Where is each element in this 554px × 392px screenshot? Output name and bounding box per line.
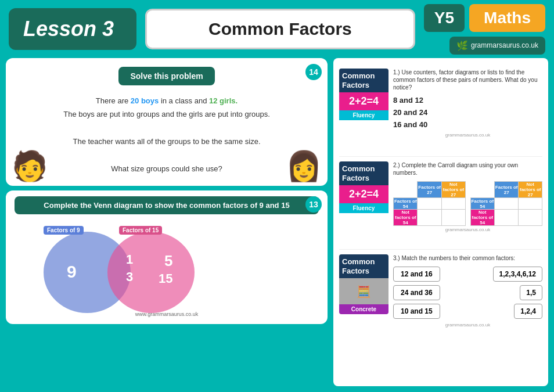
cf-title-1: Common Factors (339, 69, 388, 92)
ws-instruction-2: 2.) Complete the Carroll diagram using y… (393, 161, 542, 177)
pair-1-2: 20 and 24 (393, 108, 542, 117)
venn-footer: www.grammarsaurus.co.uk (15, 311, 319, 317)
slides-area: 14 Solve this problem There are 20 boys … (6, 58, 328, 386)
maths-badge: Maths (469, 4, 545, 32)
highlight-girls: 12 girls. (209, 96, 238, 105)
slide-top: 14 Solve this problem There are 20 boys … (6, 58, 328, 186)
boy-character: 🧑 (12, 149, 48, 183)
line3: The teacher wants all of the groups to b… (15, 135, 319, 148)
venn-label-left: Factors of 9 (44, 226, 84, 235)
slide-text: There are 20 boys in a class and 12 girl… (15, 94, 319, 175)
ws-footer-1: grammarsaurus.co.uk (393, 132, 542, 138)
venn-label-right: Factors of 15 (119, 226, 162, 235)
solve-button[interactable]: Solve this problem (118, 67, 214, 85)
year-maths-row: Y5 Maths (424, 4, 545, 32)
ws-content-1: 1.) Use counters, factor diagrams or lis… (393, 69, 542, 152)
venn-instruction: Complete the Venn diagram to show the co… (15, 196, 319, 214)
ws-instruction-1: 1.) Use counters, factor diagrams or lis… (393, 69, 542, 91)
lesson-label: Lesson 3 (23, 17, 114, 41)
main-content: 14 Solve this problem There are 20 boys … (0, 58, 554, 392)
carroll-r2: Not factors of 54 (394, 210, 418, 226)
ws-content-3: 3.) Match the numbers to their common fa… (393, 254, 542, 338)
match-right-3: 1,2,4 (514, 304, 542, 319)
venn-middle-1: 1 (126, 252, 133, 267)
title-box: Common Factors (145, 9, 415, 49)
match-left-2: 24 and 36 (393, 285, 440, 300)
slide-number-13: 13 (305, 196, 322, 213)
girl-character: 👩 (286, 149, 322, 183)
match-left-3: 10 and 15 (393, 304, 440, 319)
header: Lesson 3 Common Factors Y5 Maths 🌿 gramm… (0, 0, 554, 58)
venn-right-5: 5 (164, 252, 172, 270)
ws-content-2: 2.) Complete the Carroll diagram using y… (393, 161, 542, 244)
match-right-2: 1,5 (520, 285, 542, 300)
worksheet-area: Common Factors 2+2=4 Fluency 1.) Use cou… (333, 58, 548, 386)
venn-middle-3: 3 (126, 269, 133, 285)
cf-title-3: Common Factors (339, 254, 388, 278)
highlight-boys: 20 boys (131, 96, 159, 105)
carroll2-r1: Factors of 54 (470, 198, 494, 210)
ws-section-3: Common Factors 🧮 Concrete 3.) Match the … (339, 250, 542, 343)
carroll-h1: Factors of 27 (418, 182, 441, 198)
line2: The boys are put into groups and the gir… (15, 107, 319, 121)
carroll2-r2: Not factors of 54 (470, 210, 494, 226)
line4: What size groups could she use? (15, 162, 319, 175)
page-title: Common Factors (208, 19, 352, 38)
match-right-1: 1,2,3,4,6,12 (493, 267, 542, 282)
venn-right-15: 15 (159, 271, 172, 286)
carroll-r1: Factors of 54 (394, 198, 418, 210)
slide-number-14: 14 (305, 64, 322, 80)
ws-footer-2: grammarsaurus.co.uk (393, 227, 542, 232)
carroll-h2: Not factors of 27 (441, 182, 465, 198)
ws-instruction-3: 3.) Match the numbers to their common fa… (393, 254, 542, 262)
pair-1-1: 8 and 12 (393, 96, 542, 105)
right-badges: Y5 Maths 🌿 grammarsaurus.co.uk (424, 4, 545, 55)
cf-concrete-3: Concrete (339, 304, 388, 314)
cf-card-2: Common Factors 2+2=4 Fluency (339, 161, 388, 244)
pair-1-3: 16 and 40 (393, 120, 542, 129)
ws-footer-3: grammarsaurus.co.uk (393, 322, 542, 328)
match-row-1: 12 and 16 1,2,3,4,6,12 (393, 267, 542, 282)
cf-fluency-2: Fluency (339, 203, 388, 213)
venn-container: Factors of 9 Factors of 15 9 1 3 5 15 (15, 220, 319, 310)
ws-section-1: Common Factors 2+2=4 Fluency 1.) Use cou… (339, 64, 542, 157)
cf-card-1: Common Factors 2+2=4 Fluency (339, 69, 388, 152)
cf-formula-2: 2+2=4 (339, 185, 388, 203)
concrete-image: 🧮 (339, 278, 388, 304)
match-left-1: 12 and 16 (393, 267, 440, 282)
cf-title-2: Common Factors (339, 161, 388, 185)
match-row-3: 10 and 15 1,2,4 (393, 304, 542, 319)
carroll2-h1: Factors of 27 (494, 182, 518, 198)
venn-left-number: 9 (67, 262, 77, 282)
grammarsaurus-badge: 🌿 grammarsaurus.co.uk (449, 37, 545, 55)
website-label: grammarsaurus.co.uk (471, 41, 538, 49)
cf-card-3: Common Factors 🧮 Concrete (339, 254, 388, 338)
cf-formula-1: 2+2=4 (339, 92, 388, 110)
slide-bottom: 13 Complete the Venn diagram to show the… (6, 190, 328, 324)
carroll2-h2: Not factors of 27 (519, 182, 542, 198)
ws-section-2: Common Factors 2+2=4 Fluency 2.) Complet… (339, 157, 542, 250)
lesson-badge: Lesson 3 (9, 8, 136, 50)
cf-fluency-1: Fluency (339, 110, 388, 120)
match-row-2: 24 and 36 1,5 (393, 285, 542, 300)
year-badge: Y5 (424, 4, 465, 32)
